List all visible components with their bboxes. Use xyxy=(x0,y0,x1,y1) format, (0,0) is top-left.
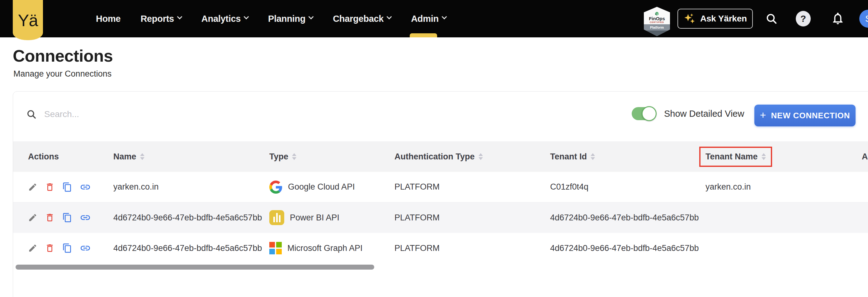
nav-item-home[interactable]: Home xyxy=(96,0,121,37)
toggle-label: Show Detailed View xyxy=(664,109,744,119)
tenant-name-cell: yarken.co.in xyxy=(706,182,862,192)
type-cell: Microsoft Graph API xyxy=(269,242,395,254)
nav-item-reports[interactable]: Reports xyxy=(141,0,181,37)
column-header-actions: Actions xyxy=(28,152,113,161)
copy-button[interactable] xyxy=(62,213,72,222)
column-header-clipped[interactable]: Ac xyxy=(862,152,868,161)
nav-item-label: Chargeback xyxy=(333,14,383,24)
finops-certified-badge: FinOps CERTIFIED Platform xyxy=(644,7,670,36)
type-cell: Google Cloud API xyxy=(269,181,395,194)
sort-icon[interactable] xyxy=(762,153,766,160)
toggle-knob xyxy=(642,106,657,121)
edit-button[interactable] xyxy=(28,213,37,222)
detailed-view-toggle-group: Show Detailed View xyxy=(632,107,744,120)
chevron-down-icon xyxy=(387,14,392,19)
auth-type-cell: PLATFORM xyxy=(395,182,550,192)
copy-button[interactable] xyxy=(62,182,72,192)
table-search xyxy=(26,109,237,120)
tenant-name-highlight-box: Tenant Name xyxy=(699,147,772,167)
badge-certified-text: CERTIFIED xyxy=(650,21,664,24)
sort-icon[interactable] xyxy=(591,153,595,160)
microsoft-logo-icon xyxy=(269,242,282,254)
link-button[interactable] xyxy=(80,242,91,254)
nav-item-admin[interactable]: Admin xyxy=(411,0,446,37)
show-detailed-view-toggle[interactable] xyxy=(632,107,655,120)
nav-item-chargeback[interactable]: Chargeback xyxy=(333,0,391,37)
brand-logo[interactable]: Yä xyxy=(13,0,43,40)
active-tab-indicator xyxy=(410,33,437,37)
table-header: Actions Name Type Authentication Type Te… xyxy=(13,141,868,172)
page-title: Connections xyxy=(13,46,113,65)
row-actions xyxy=(28,181,113,193)
table-row[interactable]: yarken.co.in Google Cloud API PLATFORM C… xyxy=(13,172,868,202)
ask-yarken-label: Ask Yärken xyxy=(700,14,747,24)
chevron-down-icon xyxy=(309,14,314,19)
badge-title: FinOps xyxy=(649,16,665,21)
help-icon[interactable]: ? xyxy=(796,11,811,26)
search-icon xyxy=(26,109,37,120)
brand-logo-text: Yä xyxy=(18,10,38,30)
badge-platform-text: Platform xyxy=(650,26,664,29)
google-logo-icon xyxy=(269,181,282,194)
connections-page: Yä Home Reports Analytics Planning Charg… xyxy=(0,0,868,297)
delete-button[interactable] xyxy=(45,213,55,222)
new-connection-button[interactable]: + NEW CONNECTION xyxy=(754,105,856,126)
link-button[interactable] xyxy=(80,212,91,223)
edit-button[interactable] xyxy=(28,182,37,192)
column-header-type[interactable]: Type xyxy=(269,152,395,161)
avatar-initial: S xyxy=(865,13,868,24)
plus-icon: + xyxy=(760,109,766,121)
connections-card: Show Detailed View + NEW CONNECTION Acti… xyxy=(13,91,868,297)
finops-cube-icon xyxy=(655,11,659,16)
name-cell: 4d6724b0-9e66-47eb-bdfb-4e5a6c57bb xyxy=(113,243,269,253)
nav-item-planning[interactable]: Planning xyxy=(268,0,313,37)
type-label: Microsoft Graph API xyxy=(287,243,363,253)
chevron-down-icon xyxy=(244,14,249,19)
page-subtitle: Manage your Connections xyxy=(13,69,112,79)
name-cell: yarken.co.in xyxy=(113,182,269,192)
column-header-tenant-name[interactable]: Tenant Name xyxy=(706,152,862,161)
nav-item-analytics[interactable]: Analytics xyxy=(202,0,248,37)
notifications-bell-icon[interactable] xyxy=(831,11,845,26)
nav-item-label: Admin xyxy=(411,14,439,24)
tenant-id-cell: 4d6724b0-9e66-47eb-bdfb-4e5a6c57bb xyxy=(550,213,706,222)
auth-type-cell: PLATFORM xyxy=(395,213,550,222)
row-actions xyxy=(28,212,113,223)
table-row[interactable]: 4d6724b0-9e66-47eb-bdfb-4e5a6c57bb Micro… xyxy=(13,233,868,263)
type-cell: Power BI API xyxy=(269,210,395,225)
main-nav: Home Reports Analytics Planning Chargeba… xyxy=(96,0,446,37)
chevron-down-icon xyxy=(441,14,447,19)
copy-button[interactable] xyxy=(62,243,72,253)
sort-icon[interactable] xyxy=(478,153,483,160)
link-button[interactable] xyxy=(80,181,91,193)
sort-icon[interactable] xyxy=(292,153,297,160)
delete-button[interactable] xyxy=(45,182,55,192)
name-cell: 4d6724b0-9e66-47eb-bdfb-4e5a6c57bb xyxy=(113,213,269,222)
column-header-authentication-type[interactable]: Authentication Type xyxy=(395,152,550,161)
nav-item-label: Home xyxy=(96,14,121,24)
chevron-down-icon xyxy=(177,14,182,19)
table-row[interactable]: 4d6724b0-9e66-47eb-bdfb-4e5a6c57bb Power… xyxy=(13,202,868,233)
row-actions xyxy=(28,242,113,254)
type-label: Power BI API xyxy=(290,213,339,222)
top-navigation-bar: Yä Home Reports Analytics Planning Charg… xyxy=(0,0,868,37)
search-input[interactable] xyxy=(44,109,237,119)
ask-yarken-button[interactable]: Ask Yärken xyxy=(678,9,753,29)
nav-item-label: Reports xyxy=(141,14,174,24)
edit-button[interactable] xyxy=(28,243,37,253)
horizontal-scrollbar[interactable] xyxy=(16,265,374,270)
delete-button[interactable] xyxy=(45,243,55,253)
powerbi-logo-icon xyxy=(269,210,284,225)
sort-icon[interactable] xyxy=(140,153,145,160)
column-header-tenant-id[interactable]: Tenant Id xyxy=(550,152,706,161)
nav-item-label: Planning xyxy=(268,14,305,24)
sparkles-icon xyxy=(683,12,696,25)
user-avatar[interactable]: S xyxy=(859,10,868,28)
type-label: Google Cloud API xyxy=(288,182,355,192)
tenant-id-cell: C01zf0t4q xyxy=(550,182,706,192)
tenant-id-cell: 4d6724b0-9e66-47eb-bdfb-4e5a6c57bb xyxy=(550,243,706,253)
auth-type-cell: PLATFORM xyxy=(395,243,550,253)
search-icon[interactable] xyxy=(765,12,778,25)
nav-item-label: Analytics xyxy=(202,14,241,24)
column-header-name[interactable]: Name xyxy=(113,152,269,161)
